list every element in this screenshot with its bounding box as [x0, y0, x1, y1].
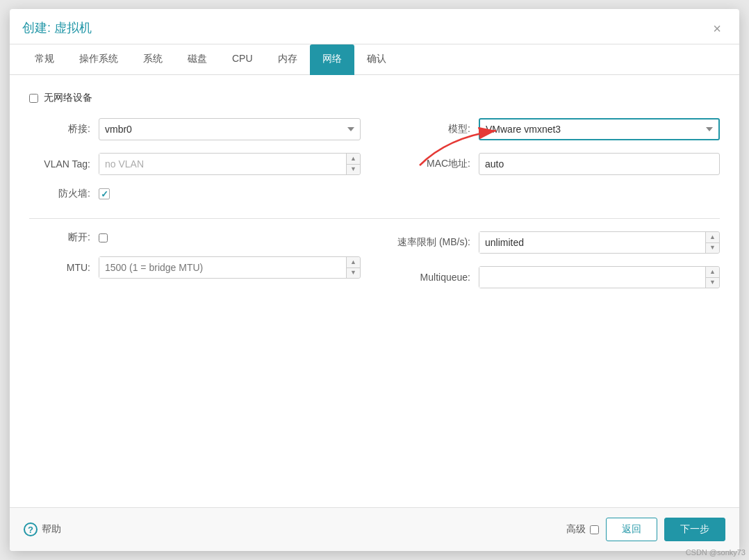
help-button[interactable]: ? 帮助 [24, 522, 61, 536]
rate-limit-spinner: ▲ ▼ [479, 231, 720, 254]
form-content: 无网络设备 桥接: vmbr0 VLAN Tag: [10, 75, 739, 507]
mtu-input[interactable] [99, 257, 346, 278]
mac-row: MAC地址: [388, 153, 720, 175]
mtu-label: MTU: [29, 262, 99, 273]
advanced-checkbox[interactable] [590, 525, 599, 534]
no-network-checkbox[interactable] [29, 94, 38, 103]
footer-right: 高级 返回 下一步 [566, 518, 725, 541]
firewall-label: 防火墙: [29, 188, 99, 200]
rate-limit-row: 速率限制 (MB/s): ▲ ▼ [388, 231, 720, 254]
advanced-label: 高级 [566, 523, 586, 536]
firewall-checkbox[interactable]: ✓ [99, 188, 110, 199]
bridge-label: 桥接: [29, 123, 99, 135]
mac-input[interactable] [479, 153, 720, 175]
dialog-header: 创建: 虚拟机 × [10, 9, 739, 44]
help-label: 帮助 [42, 523, 61, 536]
multiqueue-input[interactable] [479, 267, 705, 288]
disconnect-label: 断开: [29, 231, 99, 244]
model-select[interactable]: VMware vmxnet3 [479, 118, 720, 140]
bridge-row: 桥接: vmbr0 [29, 118, 361, 140]
no-network-row: 无网络设备 [29, 92, 720, 104]
close-button[interactable]: × [707, 19, 727, 38]
tab-os[interactable]: 操作系统 [67, 44, 131, 75]
left-column-2: 断开: MTU: ▲ ▼ [29, 231, 361, 301]
bridge-select[interactable]: vmbr0 [99, 118, 361, 140]
disconnect-row: 断开: [29, 231, 361, 244]
vlan-row: VLAN Tag: ▲ ▼ [29, 153, 361, 175]
watermark: CSDN @sonky73 [686, 548, 746, 557]
mtu-spinner: ▲ ▼ [99, 256, 361, 279]
rate-limit-input[interactable] [479, 232, 705, 253]
tab-system[interactable]: 系统 [131, 44, 175, 75]
next-button[interactable]: 下一步 [664, 518, 725, 541]
multiqueue-spinner-buttons: ▲ ▼ [705, 267, 719, 288]
multiqueue-spinner: ▲ ▼ [479, 266, 720, 288]
form-grid: 桥接: vmbr0 VLAN Tag: ▲ ▼ [29, 118, 720, 213]
firewall-row: 防火墙: ✓ [29, 188, 361, 200]
mtu-row: MTU: ▲ ▼ [29, 256, 361, 279]
dialog-title: 创建: 虚拟机 [22, 19, 92, 43]
tab-disk[interactable]: 磁盘 [175, 44, 220, 75]
rate-limit-up-button[interactable]: ▲ [706, 232, 719, 243]
multiqueue-row: Multiqueue: ▲ ▼ [388, 266, 720, 288]
back-button[interactable]: 返回 [606, 518, 657, 541]
model-row: 模型: VMware vmxnet3 [388, 118, 720, 140]
rate-limit-spinner-buttons: ▲ ▼ [705, 232, 719, 253]
multiqueue-down-button[interactable]: ▼ [706, 278, 719, 288]
right-column: 模型: VMware vmxnet3 MAC地址: [388, 118, 720, 213]
multiqueue-up-button[interactable]: ▲ [706, 267, 719, 278]
vlan-down-button[interactable]: ▼ [347, 165, 360, 175]
footer: ? 帮助 高级 返回 下一步 [10, 507, 739, 551]
vlan-label: VLAN Tag: [29, 158, 99, 170]
mtu-up-button[interactable]: ▲ [347, 257, 360, 268]
divider [29, 218, 720, 219]
disconnect-checkbox[interactable] [99, 233, 108, 242]
advanced-area: 高级 [566, 523, 599, 536]
mtu-down-button[interactable]: ▼ [347, 268, 360, 279]
tab-bar: 常规 操作系统 系统 磁盘 CPU 内存 网络 确认 [10, 44, 739, 75]
create-vm-dialog: 创建: 虚拟机 × 常规 操作系统 系统 磁盘 CPU 内存 网络 确认 无网络… [10, 9, 739, 551]
model-label: 模型: [388, 123, 479, 135]
vlan-spinner: ▲ ▼ [99, 153, 361, 175]
tab-network[interactable]: 网络 [310, 44, 354, 75]
tab-memory[interactable]: 内存 [265, 44, 310, 75]
firewall-checkmark: ✓ [101, 189, 108, 199]
rate-limit-label: 速率限制 (MB/s): [388, 236, 479, 249]
no-network-label[interactable]: 无网络设备 [44, 92, 92, 104]
vlan-spinner-buttons: ▲ ▼ [346, 154, 360, 174]
left-column: 桥接: vmbr0 VLAN Tag: ▲ ▼ [29, 118, 361, 213]
vlan-input[interactable] [99, 154, 346, 174]
right-column-2: 速率限制 (MB/s): ▲ ▼ Multiqueue: [388, 231, 720, 301]
mtu-spinner-buttons: ▲ ▼ [346, 257, 360, 278]
tab-general[interactable]: 常规 [22, 44, 67, 75]
tab-cpu[interactable]: CPU [220, 44, 265, 75]
vlan-up-button[interactable]: ▲ [347, 154, 360, 165]
tab-confirm[interactable]: 确认 [354, 44, 399, 75]
multiqueue-label: Multiqueue: [388, 272, 479, 283]
mac-label: MAC地址: [388, 158, 479, 170]
help-icon: ? [24, 522, 38, 536]
rate-limit-down-button[interactable]: ▼ [706, 243, 719, 254]
form-grid-2: 断开: MTU: ▲ ▼ [29, 231, 720, 301]
